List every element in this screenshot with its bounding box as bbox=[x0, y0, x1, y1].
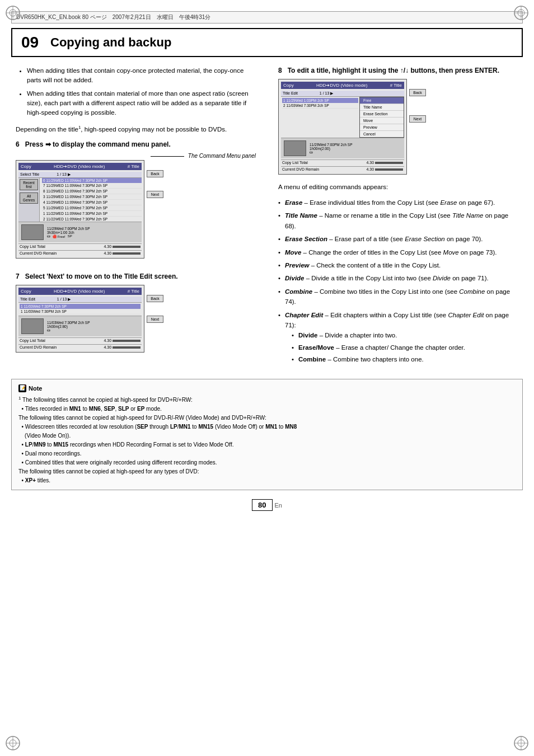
bullet-item-1: When adding titles that contain copy-onc… bbox=[27, 66, 256, 86]
corner-tr-decoration bbox=[513, 4, 530, 21]
intro-bullets: When adding titles that contain copy-onc… bbox=[16, 66, 256, 118]
corner-tl-decoration bbox=[4, 4, 21, 21]
step8-thumb-info: 11/29Wed 7:00PM 2ch SP 1h00m(2:00) 🗂 bbox=[310, 143, 352, 154]
step-7-section: 7 Select 'Next' to move on to the Title … bbox=[16, 272, 256, 357]
note-content: 1 The following titles cannot be copied … bbox=[18, 395, 516, 485]
cmd-preview: Preview – Check the content of a title i… bbox=[278, 260, 518, 270]
step6-item-8: 2 11/22WED 11:09Wed 7:30PM 2ch SP bbox=[42, 217, 142, 222]
step6-item-1: 6 11/29WED 11:09Wed 7:30PM 2ch SP bbox=[42, 178, 142, 183]
step6-title-bar: Copy HDD➔DVD (Video mode) # Title bbox=[18, 163, 142, 170]
step8-main-area: 1 11/29Wed 1:03PM 2ch SP 2 11/03Wed 7:30… bbox=[281, 97, 404, 138]
step6-side-buttons: Back Next bbox=[147, 170, 163, 198]
editing-commands-list: Erase – Erase individual titles from the… bbox=[278, 198, 518, 364]
step8-thumbnail-row: 11/29Wed 7:00PM 2ch SP 1h00m(2:00) 🗂 bbox=[281, 138, 404, 158]
top-bar: DVR650HK_KC_EN.book 80 ページ 2007年2月21日 水曜… bbox=[11, 11, 523, 24]
cmd-move: Move – Change the order of titles in the… bbox=[278, 247, 518, 257]
step8-side-buttons: Back Next bbox=[409, 89, 426, 123]
step-6-section: 6 Press ➡ to display the command menu pa… bbox=[16, 140, 256, 263]
step6-back-btn[interactable]: Back bbox=[147, 170, 163, 177]
ctx-title-name[interactable]: Title Name bbox=[360, 104, 404, 111]
step7-footer: Copy List Total 4.30 bbox=[18, 337, 142, 343]
step-7-heading: 7 Select 'Next' to move on to the Title … bbox=[16, 272, 256, 281]
corner-bl-decoration bbox=[4, 735, 21, 752]
step7-item-2: 1 11/03Wed 7:30PM 2ch SP bbox=[20, 309, 140, 314]
cmd-title-name: Title Name – Name or rename a title in t… bbox=[278, 210, 518, 231]
ch-combine: Combine – Combine two chapters into one. bbox=[285, 354, 518, 364]
step6-main-area: Recent first All Genres 6 11/29WED 11:09… bbox=[18, 178, 142, 222]
step6-footer: Copy List Total 4.30 bbox=[18, 243, 142, 249]
step7-title-bar: Copy HDD➔DVD (Video mode) # Title bbox=[18, 288, 142, 295]
page-number-box: 80 bbox=[252, 499, 272, 511]
step6-item-7: 1 11/22WED 11:09Wed 7:30PM 2ch SP bbox=[42, 211, 142, 217]
step8-next-btn[interactable]: Next bbox=[409, 115, 426, 123]
step6-item-5: 4 11/29WED 11:09Wed 7:30PM 2ch SP bbox=[42, 200, 142, 205]
step7-item-1: 1 11/03Wed 7:30PM 2ch SP bbox=[20, 304, 140, 309]
bullet-item-2: When adding titles that contain material… bbox=[27, 89, 256, 118]
note-section: 📝 Note 1 The following titles cannot be … bbox=[11, 379, 523, 491]
cmd-combine: Combine – Combine two titles in the Copy… bbox=[278, 287, 518, 307]
sidebar-recent: Recent first bbox=[20, 179, 38, 190]
ctx-cancel[interactable]: Cancel bbox=[360, 131, 404, 137]
right-column: 8 To edit a title, highlight it using th… bbox=[274, 66, 518, 368]
step6-subtitle: Select Title 1 / 13 ▶ bbox=[18, 172, 142, 178]
step6-item-6: 5 11/29WED 11:09Wed 7:30PM 2ch SP bbox=[42, 205, 142, 211]
step7-footer2: Current DVD Remain 4.30 bbox=[18, 344, 142, 350]
step7-next-btn[interactable]: Next bbox=[147, 316, 163, 323]
step6-item-3: 8 11/29WED 11:09Wed 7:30PM 2ch SP bbox=[42, 189, 142, 194]
ch-divide: Divide – Divide a chapter into two. bbox=[285, 330, 518, 340]
step8-footer2: Current DVD Remain 4.30 bbox=[281, 166, 404, 172]
chapter-number: 09 bbox=[21, 34, 41, 51]
step6-thumbnail bbox=[21, 224, 44, 240]
page-lang: En bbox=[275, 502, 282, 509]
step8-back-btn[interactable]: Back bbox=[409, 89, 426, 96]
page-number: 80 bbox=[258, 501, 266, 509]
top-bar-text: DVR650HK_KC_EN.book 80 ページ 2007年2月21日 水曜… bbox=[16, 14, 210, 20]
step6-thumbnail-row: 11/29Wed 7:00PM 2ch SP 3h30m+1:00 2ch 🗂 … bbox=[18, 222, 142, 242]
command-menu-panel-label: The Command Menu panel bbox=[16, 153, 256, 159]
step6-item-2: 7 11/29WED 11:09Wed 7:30PM 2ch SP bbox=[42, 183, 142, 189]
cmd-chapter-edit: Chapter Edit – Edit chapters within a Co… bbox=[278, 310, 518, 365]
step7-back-btn[interactable]: Back bbox=[147, 295, 163, 302]
step-6-screen-panel: Copy HDD➔DVD (Video mode) # Title Select… bbox=[16, 160, 144, 259]
step6-footer2: Current DVD Remain 4.30 bbox=[18, 250, 142, 256]
step8-title-bar: Copy HDD➔DVD (Video mode) # Title bbox=[281, 82, 404, 89]
ctx-erase-section[interactable]: Erase Section bbox=[360, 111, 404, 118]
step8-item-1: 1 11/29Wed 1:03PM 2ch SP bbox=[282, 98, 358, 103]
page-number-area: 80 En bbox=[11, 499, 523, 511]
step-6-heading: 6 Press ➡ to display the command menu pa… bbox=[16, 140, 256, 149]
chapter-title: Copying and backup bbox=[50, 35, 171, 50]
menu-appears-text: A menu of editing commands appears: bbox=[278, 182, 518, 192]
step7-thumb-info: 11/03Wed 7:30PM 2ch SP 1h00m(2:80) 🗂 bbox=[47, 321, 90, 332]
para-highspeed: Depending on the title1, high-speed copy… bbox=[16, 124, 256, 134]
note-title: 📝 Note bbox=[18, 384, 516, 393]
step8-item-2: 2 11/03Wed 7:30PM 2ch SP bbox=[282, 103, 358, 109]
cmd-erase-section: Erase Section – Erase part of a title (s… bbox=[278, 234, 518, 244]
step-7-screen-panel: Copy HDD➔DVD (Video mode) # Title Title … bbox=[16, 285, 144, 353]
step8-footer: Copy List Total 4.30 bbox=[281, 159, 404, 165]
cmd-divide: Divide – Divide a title in the Copy List… bbox=[278, 273, 518, 283]
step8-thumbnail bbox=[284, 140, 306, 156]
step8-list: 1 11/29Wed 1:03PM 2ch SP 2 11/03Wed 7:30… bbox=[281, 97, 359, 138]
main-content: When adding titles that contain copy-onc… bbox=[11, 66, 523, 368]
ctx-move[interactable]: Move bbox=[360, 118, 404, 124]
page-container: DVR650HK_KC_EN.book 80 ページ 2007年2月21日 水曜… bbox=[0, 0, 534, 756]
step-7-panel-wrapper: Copy HDD➔DVD (Video mode) # Title Title … bbox=[16, 285, 144, 353]
step7-thumbnail bbox=[21, 318, 44, 334]
step-8-screen-panel: Copy HDD➔DVD (Video mode) # Title Title … bbox=[278, 79, 407, 175]
step8-context-menu: Free Title Name Erase Section Move Previ… bbox=[359, 97, 404, 138]
step6-next-btn[interactable]: Next bbox=[147, 191, 163, 198]
step6-sidebar: Recent first All Genres bbox=[18, 178, 40, 222]
ctx-preview[interactable]: Preview bbox=[360, 124, 404, 131]
corner-br-decoration bbox=[513, 735, 530, 752]
cmd-erase: Erase – Erase individual titles from the… bbox=[278, 198, 518, 208]
step-6-panel-wrapper: Copy HDD➔DVD (Video mode) # Title Select… bbox=[16, 160, 144, 259]
step8-subtitle: Title Edit 1 / 13 ▶ bbox=[281, 91, 404, 97]
step7-thumbnail-row: 11/03Wed 7:30PM 2ch SP 1h00m(2:80) 🗂 bbox=[18, 316, 142, 336]
step-8-panel-wrapper: Copy HDD➔DVD (Video mode) # Title Title … bbox=[278, 79, 407, 175]
note-icon: 📝 bbox=[18, 384, 26, 392]
left-column: When adding titles that contain copy-onc… bbox=[16, 66, 260, 368]
step6-list: 6 11/29WED 11:09Wed 7:30PM 2ch SP 7 11/2… bbox=[42, 178, 142, 222]
ch-erase-move: Erase/Move – Erase a chapter/ Change the… bbox=[285, 342, 518, 353]
ctx-free[interactable]: Free bbox=[360, 97, 404, 104]
step6-thumb-info: 11/29Wed 7:00PM 2ch SP 3h30m+1:00 2ch 🗂 … bbox=[47, 227, 90, 238]
